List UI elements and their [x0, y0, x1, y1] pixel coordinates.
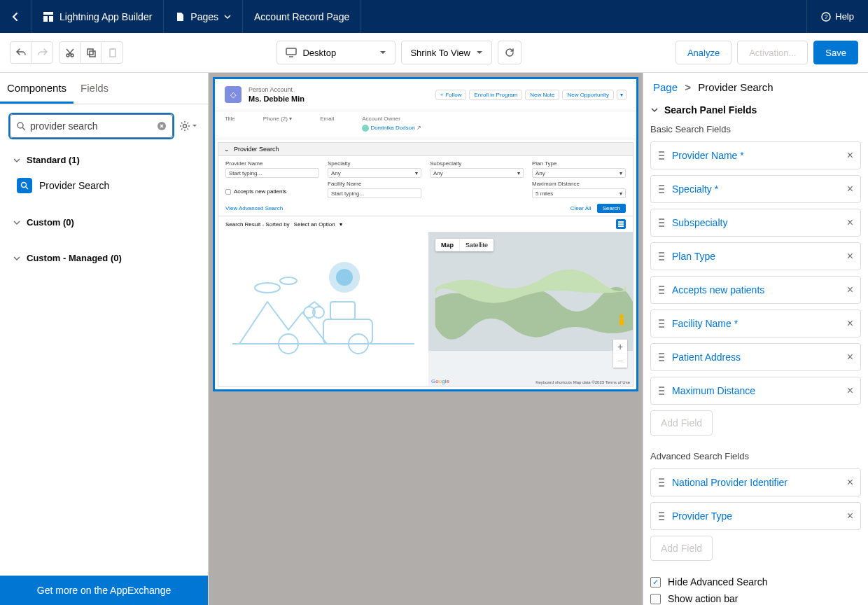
drag-handle-icon[interactable] — [658, 184, 665, 194]
undo-button[interactable] — [10, 42, 31, 63]
new-note-button[interactable]: New Note — [525, 90, 559, 100]
field-chip[interactable]: Provider Name *× — [650, 141, 861, 169]
cut-button[interactable] — [59, 42, 80, 63]
field-chip[interactable]: Maximum Distance× — [650, 377, 861, 405]
breadcrumb-page-link[interactable]: Page — [653, 81, 678, 93]
field-chip[interactable]: Patient Address× — [650, 343, 861, 371]
drag-handle-icon[interactable] — [658, 218, 665, 228]
drag-handle-icon[interactable] — [658, 386, 665, 396]
provider-name-label: Provider Name — [225, 160, 319, 167]
remove-field-icon[interactable]: × — [847, 476, 853, 489]
tab-components[interactable]: Components — [0, 73, 74, 104]
analyze-button[interactable]: Analyze — [676, 41, 732, 64]
page-preview[interactable]: ◇ Person Account Ms. Debbie Min +Follow … — [213, 77, 638, 391]
activation-button[interactable]: Activation... — [737, 41, 808, 64]
hide-advanced-label: Hide Advanced Search — [668, 576, 767, 587]
more-actions-button[interactable]: ▾ — [617, 90, 626, 100]
hide-advanced-checkbox[interactable]: ✓ Hide Advanced Search — [650, 576, 861, 587]
zoom-in-button[interactable]: + — [613, 340, 627, 354]
show-action-bar-checkbox[interactable]: Show action bar — [650, 593, 861, 604]
field-chip[interactable]: National Provider Identifier× — [650, 468, 861, 496]
clear-all-link[interactable]: Clear All — [570, 205, 592, 211]
follow-button[interactable]: +Follow — [435, 90, 467, 100]
remove-field-icon[interactable]: × — [847, 317, 853, 330]
add-basic-field-button[interactable]: Add Field — [650, 410, 713, 436]
remove-field-icon[interactable]: × — [847, 250, 853, 263]
appexchange-link[interactable]: Get more on the AppExchange — [0, 576, 208, 605]
drag-handle-icon[interactable] — [658, 251, 665, 261]
field-chip[interactable]: Provider Type× — [650, 502, 861, 530]
remove-field-icon[interactable]: × — [847, 384, 853, 397]
map-type-toggle[interactable]: MapSatellite — [435, 239, 493, 251]
drag-handle-icon[interactable] — [658, 352, 665, 362]
help-button[interactable]: ? Help — [806, 0, 868, 33]
search-button[interactable]: Search — [597, 204, 626, 213]
provider-search-component[interactable]: ⌄ Provider Search Provider NameStart typ… — [218, 142, 634, 387]
provider-name-input[interactable]: Start typing... — [225, 168, 319, 178]
map-view[interactable]: MapSatellite + − Google Keyboard shortcu… — [428, 232, 633, 386]
new-opportunity-button[interactable]: New Opportunity — [562, 90, 614, 100]
drag-handle-icon[interactable] — [658, 478, 665, 487]
remove-field-icon[interactable]: × — [847, 149, 853, 162]
section-search-panel-fields[interactable]: Search Panel Fields — [650, 104, 861, 116]
save-button[interactable]: Save — [813, 41, 858, 64]
field-chip[interactable]: Specialty *× — [650, 175, 861, 203]
category-standard[interactable]: Standard (1) — [10, 148, 198, 172]
field-chip[interactable]: Facility Name *× — [650, 310, 861, 338]
field-chip[interactable]: Plan Type× — [650, 242, 861, 270]
component-provider-search[interactable]: Provider Search — [10, 172, 198, 199]
zoom-selector[interactable]: Shrink To View — [401, 41, 492, 64]
sort-select[interactable]: Select an Option▾ — [294, 221, 350, 228]
drag-handle-icon[interactable] — [658, 319, 665, 328]
pages-dropdown[interactable]: Pages — [164, 0, 243, 33]
plan-type-select[interactable]: Any▾ — [532, 168, 626, 178]
max-distance-select[interactable]: 5 miles▾ — [532, 188, 626, 198]
zoom-out-button[interactable]: − — [613, 354, 627, 368]
field-chip[interactable]: Subspecialty× — [650, 209, 861, 237]
svg-rect-19 — [323, 319, 372, 344]
remove-field-icon[interactable]: × — [847, 510, 853, 522]
redo-button[interactable] — [31, 42, 52, 63]
add-advanced-field-button[interactable]: Add Field — [650, 536, 713, 561]
app-title: Lightning App Builder — [31, 0, 164, 33]
owner-link[interactable]: Dominika Dodson — [370, 125, 414, 131]
page-name: Account Record Page — [243, 0, 361, 33]
subspecialty-select[interactable]: Any▾ — [430, 168, 524, 178]
clear-search-icon[interactable] — [157, 121, 167, 131]
checkbox-checked-icon: ✓ — [650, 577, 661, 587]
desktop-icon — [286, 48, 297, 57]
remove-field-icon[interactable]: × — [847, 284, 853, 296]
drag-handle-icon[interactable] — [658, 511, 665, 521]
field-chip-label: Subspecialty — [672, 217, 840, 228]
svg-point-18 — [336, 269, 353, 286]
accepts-checkbox[interactable] — [225, 189, 231, 195]
component-search[interactable] — [10, 114, 173, 138]
field-chip[interactable]: Accepts new patients× — [650, 276, 861, 304]
remove-field-icon[interactable]: × — [847, 216, 853, 229]
filter-settings[interactable] — [178, 120, 198, 132]
tab-fields[interactable]: Fields — [74, 73, 115, 104]
accepts-label: Accepts new patients — [234, 188, 287, 195]
copy-button[interactable] — [80, 42, 102, 63]
enroll-button[interactable]: Enroll in Program — [469, 90, 522, 100]
drag-handle-icon[interactable] — [658, 285, 665, 295]
facility-input[interactable]: Start typing... — [328, 188, 421, 198]
max-distance-label: Maximum Distance — [532, 181, 626, 187]
remove-field-icon[interactable]: × — [847, 351, 853, 363]
specialty-select[interactable]: Any▾ — [328, 168, 421, 178]
search-input[interactable] — [30, 120, 153, 132]
sidebar-tabs: Components Fields — [0, 73, 208, 104]
category-managed[interactable]: Custom - Managed (0) — [10, 246, 198, 270]
view-advanced-link[interactable]: View Advanced Search — [225, 205, 283, 211]
device-selector[interactable]: Desktop — [276, 41, 396, 64]
back-button[interactable] — [0, 0, 31, 33]
paste-button[interactable] — [102, 42, 122, 63]
field-chip-label: Provider Name * — [672, 150, 840, 161]
view-toggle-button[interactable] — [616, 219, 626, 229]
refresh-button[interactable] — [498, 41, 522, 64]
drag-handle-icon[interactable] — [658, 151, 665, 160]
remove-field-icon[interactable]: × — [847, 183, 853, 195]
svg-point-12 — [18, 123, 23, 128]
category-custom[interactable]: Custom (0) — [10, 210, 198, 235]
pegman-icon[interactable] — [616, 313, 627, 330]
